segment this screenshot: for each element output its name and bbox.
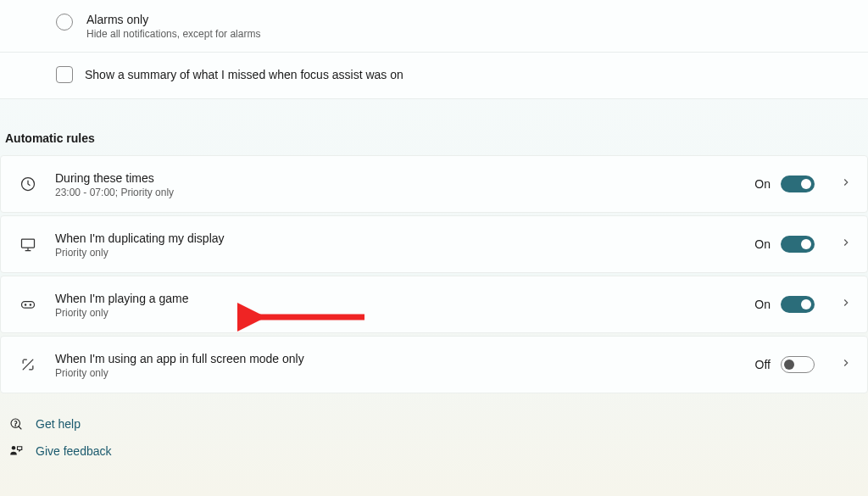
- toggle-label: On: [754, 177, 771, 191]
- fullscreen-icon: [19, 356, 36, 373]
- toggle-label: On: [754, 237, 771, 251]
- rule-text: When I'm duplicating my display Priority…: [55, 231, 754, 259]
- toggle-switch[interactable]: [781, 236, 815, 253]
- link-label: Give feedback: [36, 444, 112, 458]
- radio-option-alarms-only[interactable]: Alarms only Hide all notifications, exce…: [0, 0, 868, 53]
- link-give-feedback[interactable]: Give feedback: [8, 443, 868, 459]
- radio-title: Alarms only: [86, 12, 260, 27]
- clock-icon: [19, 176, 36, 192]
- radio-circle-icon: [56, 14, 73, 31]
- toggle-switch[interactable]: [781, 176, 815, 192]
- checkbox-summary[interactable]: Show a summary of what I missed when foc…: [0, 53, 868, 98]
- svg-point-4: [30, 304, 31, 305]
- rule-title: When I'm using an app in full screen mod…: [55, 351, 755, 366]
- rule-during-times[interactable]: During these times 23:00 - 07:00; Priori…: [0, 155, 868, 213]
- svg-rect-2: [22, 302, 35, 309]
- toggle-label: Off: [755, 358, 771, 371]
- section-header-automatic-rules: Automatic rules: [0, 99, 868, 155]
- link-label: Get help: [36, 417, 81, 431]
- chevron-right-icon: [840, 297, 852, 312]
- toggle-switch[interactable]: [781, 296, 815, 313]
- link-get-help[interactable]: Get help: [8, 416, 868, 432]
- rule-title: During these times: [55, 170, 754, 186]
- svg-point-7: [12, 446, 16, 450]
- rule-title: When I'm duplicating my display: [55, 231, 754, 246]
- chevron-right-icon: [840, 357, 852, 372]
- svg-point-3: [25, 304, 25, 305]
- rule-subtitle: Priority only: [55, 247, 754, 259]
- rule-text: When I'm using an app in full screen mod…: [55, 351, 755, 379]
- toggle-label: On: [754, 298, 771, 311]
- radio-subtitle: Hide all notifications, except for alarm…: [86, 28, 260, 40]
- chevron-right-icon: [840, 237, 852, 252]
- svg-rect-1: [22, 239, 35, 248]
- rule-duplicating-display[interactable]: When I'm duplicating my display Priority…: [0, 215, 868, 273]
- monitor-icon: [19, 236, 36, 253]
- help-icon: [8, 416, 24, 432]
- svg-point-6: [15, 426, 16, 426]
- chevron-right-icon: [840, 176, 852, 192]
- rule-text: During these times 23:00 - 07:00; Priori…: [55, 170, 754, 198]
- rule-subtitle: 23:00 - 07:00; Priority only: [55, 187, 754, 198]
- gamepad-icon: [19, 296, 36, 313]
- rule-subtitle: Priority only: [55, 367, 755, 379]
- checkbox-icon: [56, 66, 73, 83]
- checkbox-label: Show a summary of what I missed when foc…: [85, 68, 403, 81]
- rule-title: When I'm playing a game: [55, 291, 754, 306]
- rule-text: When I'm playing a game Priority only: [55, 291, 754, 319]
- rule-playing-game[interactable]: When I'm playing a game Priority only On: [0, 276, 868, 333]
- radio-text: Alarms only Hide all notifications, exce…: [86, 12, 260, 40]
- rule-subtitle: Priority only: [55, 307, 754, 319]
- rule-fullscreen-app[interactable]: When I'm using an app in full screen mod…: [0, 336, 868, 393]
- feedback-icon: [8, 443, 24, 459]
- toggle-switch[interactable]: [781, 356, 815, 373]
